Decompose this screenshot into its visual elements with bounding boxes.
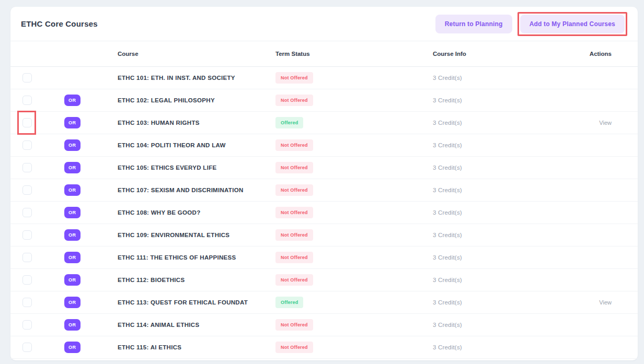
course-checkbox[interactable] bbox=[22, 298, 32, 307]
course-info-credits: 3 Credit(s) bbox=[433, 322, 462, 328]
courses-card: ETHC Core Courses Return to Planning Add… bbox=[10, 7, 638, 360]
row-checkbox-cell bbox=[22, 140, 32, 150]
column-header-term-status: Term Status bbox=[275, 51, 310, 57]
table-row: OR ETHC 113: QUEST FOR ETHICAL FOUNDAT O… bbox=[10, 291, 638, 314]
term-status-cell: Not Offered bbox=[275, 207, 313, 218]
course-checkbox[interactable] bbox=[22, 208, 32, 217]
course-checkbox[interactable] bbox=[22, 230, 32, 240]
course-name: ETHC 101: ETH. IN INST. AND SOCIETY bbox=[118, 75, 235, 81]
or-badge-cell: OR bbox=[64, 274, 80, 286]
column-header-course: Course bbox=[118, 51, 139, 57]
course-checkbox[interactable] bbox=[22, 118, 32, 127]
or-badge-cell: OR bbox=[64, 162, 80, 173]
table-row: OR ETHC 108: WHY BE GOOD? Not Offered 3 … bbox=[10, 202, 638, 224]
row-checkbox-cell bbox=[22, 253, 32, 262]
view-link[interactable]: View bbox=[599, 299, 612, 306]
term-status-cell: Not Offered bbox=[275, 319, 313, 331]
term-status-cell: Not Offered bbox=[275, 95, 313, 106]
or-badge: OR bbox=[64, 297, 80, 308]
table-row: OR ETHC 104: POLITI THEOR AND LAW Not Of… bbox=[10, 134, 638, 157]
course-name: ETHC 102: LEGAL PHILOSOPHY bbox=[118, 97, 215, 103]
course-info-credits: 3 Credit(s) bbox=[433, 277, 462, 283]
row-checkbox-cell bbox=[22, 96, 32, 105]
table-row: OR ETHC 112: BIOETHICS Not Offered 3 Cre… bbox=[10, 269, 638, 291]
term-status-cell: Not Offered bbox=[275, 184, 313, 196]
add-to-planned-courses-button[interactable]: Add to My Planned Courses bbox=[520, 15, 625, 33]
term-status-cell: Not Offered bbox=[275, 342, 313, 353]
course-name: ETHC 103: HUMAN RIGHTS bbox=[118, 120, 200, 126]
term-status-badge: Not Offered bbox=[275, 274, 313, 286]
page-title: ETHC Core Courses bbox=[21, 19, 98, 28]
term-status-badge: Not Offered bbox=[275, 207, 313, 218]
or-badge-cell: OR bbox=[64, 297, 80, 308]
course-name: ETHC 107: SEXISM AND DISCRIMINATION bbox=[118, 187, 244, 193]
course-checkbox[interactable] bbox=[22, 140, 32, 150]
row-checkbox-cell bbox=[22, 185, 32, 195]
term-status-badge: Not Offered bbox=[275, 319, 313, 331]
or-badge: OR bbox=[64, 274, 80, 286]
course-name: ETHC 104: POLITI THEOR AND LAW bbox=[118, 142, 226, 148]
course-checkbox[interactable] bbox=[22, 320, 32, 330]
or-badge-cell: OR bbox=[64, 95, 80, 106]
row-checkbox-cell bbox=[22, 298, 32, 307]
course-checkbox[interactable] bbox=[22, 275, 32, 285]
table-header-row: Course Term Status Course Info Actions bbox=[10, 41, 638, 67]
course-info-credits: 3 Credit(s) bbox=[433, 165, 462, 171]
or-badge: OR bbox=[64, 207, 80, 218]
row-checkbox-cell bbox=[22, 208, 32, 217]
or-badge: OR bbox=[64, 342, 80, 353]
course-name: ETHC 114: ANIMAL ETHICS bbox=[118, 322, 199, 328]
course-checkbox[interactable] bbox=[22, 163, 32, 172]
course-name: ETHC 109: ENVIRONMENTAL ETHICS bbox=[118, 232, 229, 238]
view-link[interactable]: View bbox=[599, 120, 612, 126]
term-status-cell: Not Offered bbox=[275, 162, 313, 173]
term-status-badge: Not Offered bbox=[275, 229, 313, 241]
term-status-badge: Not Offered bbox=[275, 72, 313, 84]
course-checkbox[interactable] bbox=[22, 96, 32, 105]
row-checkbox-cell bbox=[22, 118, 32, 127]
table-row: OR ETHC 103: HUMAN RIGHTS Offered 3 Cred… bbox=[10, 112, 638, 134]
term-status-cell: Offered bbox=[275, 297, 303, 308]
course-checkbox[interactable] bbox=[22, 343, 32, 352]
course-checkbox[interactable] bbox=[22, 253, 32, 262]
term-status-cell: Offered bbox=[275, 117, 303, 128]
or-badge: OR bbox=[64, 252, 80, 263]
course-name: ETHC 111: THE ETHICS OF HAPPINESS bbox=[118, 254, 236, 261]
term-status-badge: Not Offered bbox=[275, 162, 313, 173]
annotation-box-add-button: Add to My Planned Courses bbox=[518, 12, 627, 36]
return-to-planning-button[interactable]: Return to Planning bbox=[435, 15, 512, 33]
term-status-badge: Not Offered bbox=[275, 139, 313, 151]
course-name: ETHC 113: QUEST FOR ETHICAL FOUNDAT bbox=[118, 299, 248, 306]
term-status-badge: Not Offered bbox=[275, 184, 313, 196]
course-name: ETHC 108: WHY BE GOOD? bbox=[118, 209, 200, 216]
table-row: OR ETHC 111: THE ETHICS OF HAPPINESS Not… bbox=[10, 246, 638, 269]
table-row: OR ETHC 105: ETHICS EVERYD LIFE Not Offe… bbox=[10, 157, 638, 179]
term-status-cell: Not Offered bbox=[275, 274, 313, 286]
or-badge-cell: OR bbox=[64, 117, 80, 128]
row-checkbox-cell bbox=[22, 275, 32, 285]
course-name: ETHC 112: BIOETHICS bbox=[118, 277, 185, 283]
row-checkbox-cell bbox=[22, 230, 32, 240]
course-info-credits: 3 Credit(s) bbox=[433, 187, 462, 193]
table-row: OR ETHC 114: ANIMAL ETHICS Not Offered 3… bbox=[10, 314, 638, 336]
course-checkbox[interactable] bbox=[22, 73, 32, 83]
table-row: ETHC 101: ETH. IN INST. AND SOCIETY Not … bbox=[10, 67, 638, 89]
term-status-badge: Not Offered bbox=[275, 95, 313, 106]
or-badge: OR bbox=[64, 319, 80, 331]
row-checkbox-cell bbox=[22, 163, 32, 172]
term-status-badge: Not Offered bbox=[275, 252, 313, 263]
course-info-credits: 3 Credit(s) bbox=[433, 209, 462, 216]
or-badge: OR bbox=[64, 139, 80, 151]
row-checkbox-cell bbox=[22, 320, 32, 330]
term-status-badge: Offered bbox=[275, 117, 303, 128]
term-status-badge: Not Offered bbox=[275, 342, 313, 353]
course-info-credits: 3 Credit(s) bbox=[433, 120, 462, 126]
term-status-cell: Not Offered bbox=[275, 252, 313, 263]
or-badge-cell: OR bbox=[64, 342, 80, 353]
course-checkbox[interactable] bbox=[22, 185, 32, 195]
column-header-course-info: Course Info bbox=[433, 51, 466, 57]
or-badge: OR bbox=[64, 184, 80, 196]
course-info-credits: 3 Credit(s) bbox=[433, 142, 462, 148]
or-badge: OR bbox=[64, 95, 80, 106]
or-badge: OR bbox=[64, 162, 80, 173]
